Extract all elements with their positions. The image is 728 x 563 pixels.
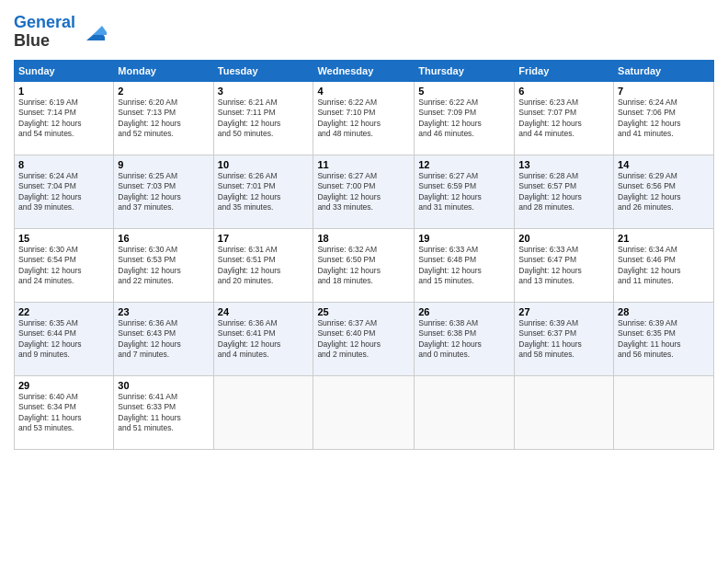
calendar-cell: 29Sunrise: 6:40 AM Sunset: 6:34 PM Dayli… — [15, 375, 114, 449]
weekday-friday: Friday — [515, 60, 614, 81]
day-number: 14 — [618, 159, 710, 170]
day-info: Sunrise: 6:20 AM Sunset: 7:13 PM Dayligh… — [118, 98, 209, 140]
day-number: 25 — [317, 306, 410, 317]
logo: General Blue — [14, 14, 107, 51]
weekday-tuesday: Tuesday — [213, 60, 313, 81]
calendar-cell — [515, 375, 614, 449]
day-info: Sunrise: 6:33 AM Sunset: 6:48 PM Dayligh… — [418, 245, 510, 287]
calendar-cell: 26Sunrise: 6:38 AM Sunset: 6:38 PM Dayli… — [415, 302, 515, 375]
day-info: Sunrise: 6:30 AM Sunset: 6:53 PM Dayligh… — [118, 245, 209, 287]
day-number: 26 — [418, 306, 510, 317]
svg-rect-2 — [79, 40, 107, 46]
day-number: 12 — [418, 159, 510, 170]
calendar-cell: 12Sunrise: 6:27 AM Sunset: 6:59 PM Dayli… — [415, 155, 515, 228]
week-row-4: 22Sunrise: 6:35 AM Sunset: 6:44 PM Dayli… — [15, 302, 714, 375]
logo-text: General Blue — [14, 14, 75, 51]
weekday-header-row: SundayMondayTuesdayWednesdayThursdayFrid… — [15, 60, 714, 81]
week-row-5: 29Sunrise: 6:40 AM Sunset: 6:34 PM Dayli… — [15, 375, 714, 449]
header: General Blue — [14, 14, 714, 51]
calendar-cell: 22Sunrise: 6:35 AM Sunset: 6:44 PM Dayli… — [15, 302, 114, 375]
calendar-cell — [313, 375, 415, 449]
day-number: 15 — [18, 233, 109, 244]
day-number: 24 — [218, 306, 310, 317]
day-number: 13 — [518, 159, 609, 170]
day-number: 29 — [18, 380, 109, 391]
day-number: 30 — [118, 380, 209, 391]
calendar-cell: 16Sunrise: 6:30 AM Sunset: 6:53 PM Dayli… — [114, 228, 213, 302]
calendar-cell: 18Sunrise: 6:32 AM Sunset: 6:50 PM Dayli… — [313, 228, 415, 302]
day-info: Sunrise: 6:25 AM Sunset: 7:03 PM Dayligh… — [118, 171, 209, 213]
day-info: Sunrise: 6:19 AM Sunset: 7:14 PM Dayligh… — [18, 98, 109, 140]
calendar-cell: 25Sunrise: 6:37 AM Sunset: 6:40 PM Dayli… — [313, 302, 415, 375]
day-number: 18 — [317, 233, 410, 244]
day-info: Sunrise: 6:37 AM Sunset: 6:40 PM Dayligh… — [317, 318, 410, 361]
calendar-cell: 15Sunrise: 6:30 AM Sunset: 6:54 PM Dayli… — [15, 228, 114, 302]
svg-marker-1 — [93, 26, 107, 35]
day-number: 23 — [118, 306, 209, 317]
day-info: Sunrise: 6:30 AM Sunset: 6:54 PM Dayligh… — [18, 245, 109, 287]
weekday-sunday: Sunday — [15, 60, 114, 81]
day-number: 16 — [118, 233, 209, 244]
day-info: Sunrise: 6:29 AM Sunset: 6:56 PM Dayligh… — [618, 171, 710, 213]
day-info: Sunrise: 6:26 AM Sunset: 7:01 PM Dayligh… — [218, 171, 310, 213]
day-number: 20 — [518, 233, 609, 244]
day-number: 28 — [618, 306, 710, 317]
calendar-cell: 28Sunrise: 6:39 AM Sunset: 6:35 PM Dayli… — [614, 302, 714, 375]
calendar-cell: 30Sunrise: 6:41 AM Sunset: 6:33 PM Dayli… — [114, 375, 213, 449]
day-info: Sunrise: 6:34 AM Sunset: 6:46 PM Dayligh… — [618, 245, 710, 287]
calendar-cell: 2Sunrise: 6:20 AM Sunset: 7:13 PM Daylig… — [114, 81, 213, 155]
day-number: 21 — [618, 233, 710, 244]
day-info: Sunrise: 6:22 AM Sunset: 7:10 PM Dayligh… — [317, 98, 410, 140]
day-info: Sunrise: 6:36 AM Sunset: 6:43 PM Dayligh… — [118, 318, 209, 361]
day-number: 9 — [118, 159, 209, 170]
day-number: 4 — [317, 86, 410, 97]
day-info: Sunrise: 6:22 AM Sunset: 7:09 PM Dayligh… — [418, 98, 510, 140]
day-info: Sunrise: 6:28 AM Sunset: 6:57 PM Dayligh… — [518, 171, 609, 213]
day-number: 7 — [618, 86, 710, 97]
calendar-cell: 27Sunrise: 6:39 AM Sunset: 6:37 PM Dayli… — [515, 302, 614, 375]
calendar-cell: 24Sunrise: 6:36 AM Sunset: 6:41 PM Dayli… — [213, 302, 313, 375]
day-number: 5 — [418, 86, 510, 97]
calendar-cell — [415, 375, 515, 449]
calendar-cell: 5Sunrise: 6:22 AM Sunset: 7:09 PM Daylig… — [415, 81, 515, 155]
day-info: Sunrise: 6:23 AM Sunset: 7:07 PM Dayligh… — [518, 98, 609, 140]
calendar-cell: 21Sunrise: 6:34 AM Sunset: 6:46 PM Dayli… — [614, 228, 714, 302]
day-info: Sunrise: 6:27 AM Sunset: 7:00 PM Dayligh… — [317, 171, 410, 213]
week-row-1: 1Sunrise: 6:19 AM Sunset: 7:14 PM Daylig… — [15, 81, 714, 155]
calendar-cell: 6Sunrise: 6:23 AM Sunset: 7:07 PM Daylig… — [515, 81, 614, 155]
day-number: 11 — [317, 159, 410, 170]
calendar-cell: 10Sunrise: 6:26 AM Sunset: 7:01 PM Dayli… — [213, 155, 313, 228]
calendar-cell: 20Sunrise: 6:33 AM Sunset: 6:47 PM Dayli… — [515, 228, 614, 302]
weekday-thursday: Thursday — [415, 60, 515, 81]
calendar-cell: 13Sunrise: 6:28 AM Sunset: 6:57 PM Dayli… — [515, 155, 614, 228]
day-number: 10 — [218, 159, 310, 170]
calendar-body: 1Sunrise: 6:19 AM Sunset: 7:14 PM Daylig… — [15, 81, 714, 449]
day-info: Sunrise: 6:21 AM Sunset: 7:11 PM Dayligh… — [218, 98, 310, 140]
calendar-cell: 8Sunrise: 6:24 AM Sunset: 7:04 PM Daylig… — [15, 155, 114, 228]
weekday-wednesday: Wednesday — [313, 60, 415, 81]
day-info: Sunrise: 6:31 AM Sunset: 6:51 PM Dayligh… — [218, 245, 310, 287]
day-number: 27 — [518, 306, 609, 317]
calendar-cell: 17Sunrise: 6:31 AM Sunset: 6:51 PM Dayli… — [213, 228, 313, 302]
day-number: 3 — [218, 86, 310, 97]
day-number: 19 — [418, 233, 510, 244]
day-info: Sunrise: 6:39 AM Sunset: 6:37 PM Dayligh… — [518, 318, 609, 361]
day-number: 17 — [218, 233, 310, 244]
day-info: Sunrise: 6:36 AM Sunset: 6:41 PM Dayligh… — [218, 318, 310, 361]
day-info: Sunrise: 6:32 AM Sunset: 6:50 PM Dayligh… — [317, 245, 410, 287]
day-number: 22 — [18, 306, 109, 317]
calendar-cell: 11Sunrise: 6:27 AM Sunset: 7:00 PM Dayli… — [313, 155, 415, 228]
week-row-3: 15Sunrise: 6:30 AM Sunset: 6:54 PM Dayli… — [15, 228, 714, 302]
day-number: 1 — [18, 86, 109, 97]
calendar-cell: 14Sunrise: 6:29 AM Sunset: 6:56 PM Dayli… — [614, 155, 714, 228]
day-info: Sunrise: 6:27 AM Sunset: 6:59 PM Dayligh… — [418, 171, 510, 213]
logo-icon — [79, 18, 107, 46]
day-info: Sunrise: 6:40 AM Sunset: 6:34 PM Dayligh… — [18, 392, 109, 434]
day-info: Sunrise: 6:24 AM Sunset: 7:04 PM Dayligh… — [18, 171, 109, 213]
day-number: 6 — [518, 86, 609, 97]
day-number: 2 — [118, 86, 209, 97]
calendar-cell — [213, 375, 313, 449]
day-info: Sunrise: 6:38 AM Sunset: 6:38 PM Dayligh… — [418, 318, 510, 361]
weekday-saturday: Saturday — [614, 60, 714, 81]
calendar-cell: 4Sunrise: 6:22 AM Sunset: 7:10 PM Daylig… — [313, 81, 415, 155]
